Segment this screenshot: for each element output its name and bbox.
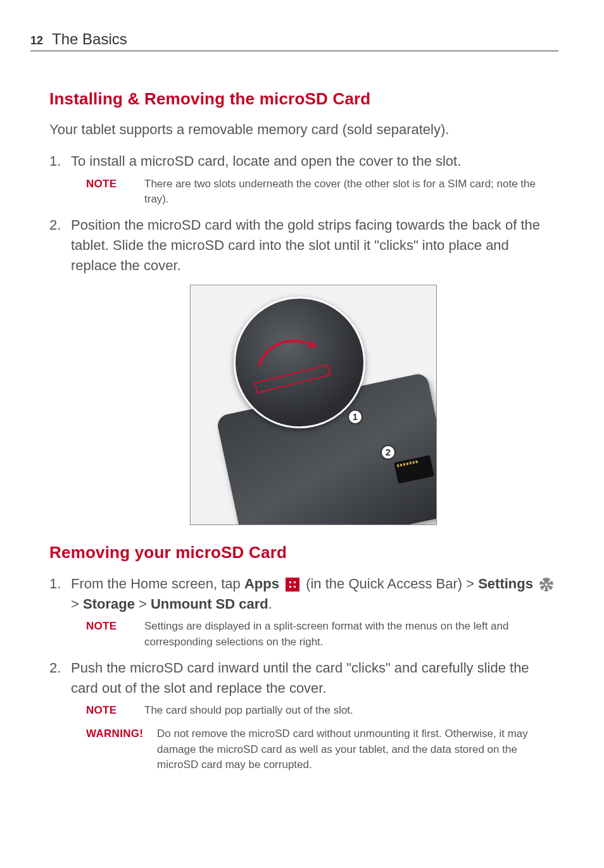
callout-1: 1: [348, 409, 363, 425]
page-content: Installing & Removing the microSD Card Y…: [30, 89, 558, 773]
step-text-post2: >: [135, 596, 151, 612]
page-number: 12: [30, 34, 43, 47]
warning-text: Do not remove the microSD card without u…: [157, 726, 558, 773]
remove-step-1: From the Home screen, tap Apps (in the Q…: [49, 574, 558, 650]
apps-icon: [286, 578, 299, 592]
apps-label: Apps: [244, 576, 279, 592]
step-text-post1: >: [71, 596, 83, 612]
note-label: NOTE: [86, 703, 132, 719]
remove-step-2: Push the microSD card inward until the c…: [49, 658, 558, 773]
note-text: The card should pop partially out of the…: [144, 703, 558, 719]
step-text: To install a microSD card, locate and op…: [71, 153, 461, 169]
install-step-1: To install a microSD card, locate and op…: [49, 151, 558, 208]
remove-steps: From the Home screen, tap Apps (in the Q…: [49, 574, 558, 773]
step-text: Position the microSD card with the gold …: [71, 217, 540, 273]
step-text-pre: From the Home screen, tap: [71, 576, 244, 592]
header-title: The Basics: [52, 30, 127, 48]
microsd-install-figure: 1 2: [190, 285, 437, 525]
zoom-inset-circle: [234, 297, 365, 428]
page-header: 12 The Basics: [30, 30, 558, 51]
note-row: NOTE The card should pop partially out o…: [86, 703, 558, 719]
note-row: NOTE There are two slots underneath the …: [86, 177, 558, 208]
install-step-2: Position the microSD card with the gold …: [49, 215, 558, 276]
note-text: There are two slots underneath the cover…: [144, 177, 558, 208]
unmount-label: Unmount SD card: [151, 596, 268, 612]
warning-row: WARNING! Do not remove the microSD card …: [86, 726, 558, 773]
step-text-end: .: [268, 596, 272, 612]
figure-container: 1 2: [68, 285, 558, 525]
lead-paragraph: Your tablet supports a removable memory …: [49, 120, 558, 140]
note-row: NOTE Settings are displayed in a split-s…: [86, 619, 558, 650]
note-label: NOTE: [86, 177, 132, 208]
storage-label: Storage: [83, 596, 135, 612]
note-label: NOTE: [86, 619, 132, 650]
step-text-mid: (in the Quick Access Bar) >: [306, 576, 478, 592]
warning-label: WARNING!: [86, 726, 144, 773]
install-steps: To install a microSD card, locate and op…: [49, 151, 558, 276]
section-heading-remove: Removing your microSD Card: [49, 543, 558, 562]
callout-2: 2: [381, 445, 396, 460]
step-text: Push the microSD card inward until the c…: [71, 660, 529, 696]
note-text: Settings are displayed in a split-screen…: [144, 619, 558, 650]
settings-label: Settings: [478, 576, 533, 592]
settings-gear-icon: [539, 578, 553, 592]
section-heading-install: Installing & Removing the microSD Card: [49, 89, 558, 109]
